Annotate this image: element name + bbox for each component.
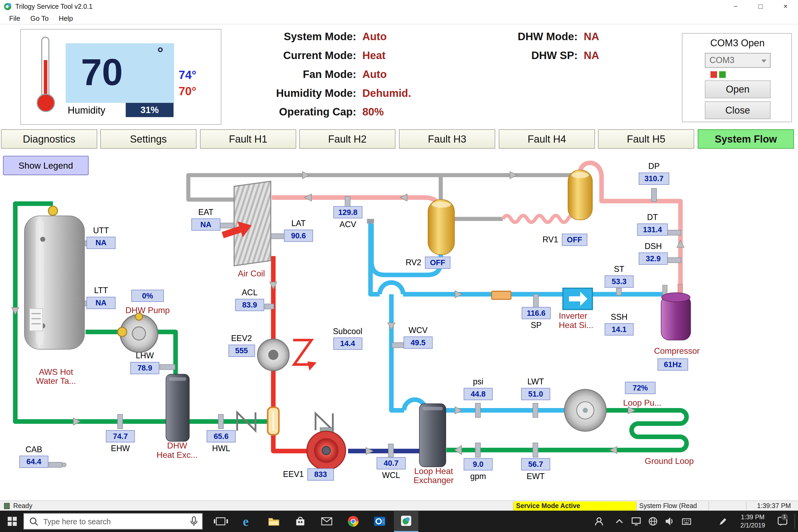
sensor-lwt: LWT 51.0 [521, 377, 550, 400]
microphone-icon[interactable] [189, 516, 198, 527]
action-center-icon[interactable]: 1 [775, 511, 792, 532]
sensor-dt: DT 131.4 [637, 213, 668, 236]
display-icon[interactable] [627, 511, 645, 532]
chrome-icon[interactable] [341, 511, 365, 532]
tab-system-flow[interactable]: System Flow [698, 129, 794, 149]
title-bar: Trilogy Service Tool v2.0.1 − □ × [0, 0, 798, 13]
people-icon[interactable] [590, 511, 608, 532]
tab-fault-h3[interactable]: Fault H3 [399, 129, 495, 149]
app-window: Trilogy Service Tool v2.0.1 − □ × File G… [0, 0, 798, 532]
dhw-hx-caption: DHW Heat Exc... [150, 441, 205, 459]
file-explorer-icon[interactable] [262, 511, 286, 532]
sensor-dp: DP 310.7 [639, 162, 669, 185]
air-coil-graphic [220, 181, 271, 266]
thermostat-panel: 70 ° 74° 70° Humidity 31% [20, 29, 222, 125]
fan-mode-label: Fan Mode: [219, 68, 357, 80]
pipe-red [273, 256, 308, 451]
system-mode-label: System Mode: [219, 31, 357, 43]
compressor-graphic [661, 284, 690, 340]
cool-setpoint: 74° [179, 68, 196, 82]
menu-bar: File Go To Help [0, 13, 798, 24]
sensor-dsh: DSH 32.9 [639, 242, 668, 265]
sensor-st: ST 53.3 [605, 265, 633, 288]
current-temperature: 70 [81, 44, 122, 100]
dhw-status-block: DHW Mode:NA DHW SP:NA [473, 31, 599, 68]
sensor-wcl: WCL 40.7 [377, 457, 406, 480]
menu-goto[interactable]: Go To [25, 13, 54, 24]
humidity-mode-label: Humidity Mode: [219, 87, 357, 99]
show-desktop-button[interactable] [795, 514, 795, 529]
chevron-down-icon [761, 60, 766, 62]
close-icon[interactable]: × [773, 0, 798, 13]
windows-logo-icon [8, 517, 17, 526]
trilogy-app-icon[interactable] [394, 511, 418, 532]
sensor-subcool: Subcool 14.4 [330, 327, 365, 350]
muffler-rv2-graphic [428, 200, 454, 254]
taskbar-clock[interactable]: 1:39 PM 2/1/2019 [736, 513, 770, 529]
touch-keyboard-icon[interactable] [678, 511, 695, 532]
compressor-speed-value: 61Hz [658, 358, 688, 370]
humidity-label: Humidity [68, 105, 105, 116]
operating-cap-value: 80% [362, 106, 384, 118]
status-ready: Ready [13, 501, 33, 510]
edge-icon[interactable]: e [235, 511, 260, 532]
network-icon[interactable] [644, 511, 662, 532]
ground-loop-caption: Ground Loop [639, 456, 699, 465]
com-open-button[interactable]: Open [705, 80, 771, 98]
com-panel-title: COM3 Open [683, 38, 793, 49]
tray-expand-icon[interactable] [611, 511, 628, 532]
tab-fault-h2[interactable]: Fault H2 [299, 129, 396, 149]
loop-hx-graphic [419, 404, 446, 467]
suction-line-fitting [492, 291, 511, 300]
maximize-icon[interactable]: □ [748, 0, 773, 13]
search-icon [30, 517, 39, 527]
app-icon [3, 2, 12, 11]
sensor-eev2: EEV2 555 [227, 334, 256, 357]
sensor-lat: LAT 90.6 [284, 219, 313, 242]
status-service-mode: Service Mode Active [513, 501, 636, 510]
sensor-ehw: EHW 74.7 [106, 430, 135, 453]
com-port-select[interactable]: COM3 [705, 53, 771, 68]
sight-glass-graphic [268, 407, 279, 435]
tab-settings[interactable]: Settings [100, 129, 196, 149]
tab-fault-h5[interactable]: Fault H5 [598, 129, 694, 149]
clock-time: 1:39 PM [736, 513, 770, 521]
minimize-icon[interactable]: − [723, 0, 748, 13]
loop-hx-caption: Loop Heat Exchanger [407, 466, 460, 484]
dhw-sp-label: DHW SP: [473, 50, 577, 62]
status-spacer [708, 501, 746, 510]
eev2-graphic [258, 339, 317, 371]
sensor-ltt: LTT NA [87, 286, 115, 309]
tab-diagnostics[interactable]: Diagnostics [1, 129, 97, 149]
sensor-gpm: gpm 9.0 [464, 458, 493, 481]
loop-pump-speed-value: 72% [625, 382, 656, 394]
dhw-mode-label: DHW Mode: [473, 31, 577, 43]
start-button[interactable] [0, 511, 24, 532]
com-status-red-led [710, 71, 717, 78]
show-legend-button[interactable]: Show Legend [3, 156, 88, 175]
volume-icon[interactable] [661, 511, 678, 532]
menu-help[interactable]: Help [54, 13, 78, 24]
pen-icon[interactable] [715, 511, 732, 532]
check-valve-icons [237, 412, 333, 431]
outlook-icon[interactable] [367, 511, 392, 532]
com-close-button[interactable]: Close [705, 101, 771, 119]
sensor-psi: psi 44.8 [464, 377, 493, 400]
dhw-hx-graphic [166, 374, 189, 441]
search-input[interactable] [23, 513, 203, 529]
humidity-value: 31% [126, 103, 174, 117]
window-title: Trilogy Service Tool v2.0.1 [15, 0, 92, 13]
airflow-arrow-icon [220, 217, 254, 243]
notification-badge: 1 [781, 514, 788, 520]
tab-fault-h1[interactable]: Fault H1 [200, 129, 296, 149]
sensor-rv1: RV1 OFF [543, 233, 587, 246]
mail-icon[interactable] [315, 511, 339, 532]
menu-file[interactable]: File [4, 13, 25, 24]
sensor-eev1: EEV1 833 [283, 469, 334, 481]
tab-fault-h4[interactable]: Fault H4 [499, 129, 595, 149]
store-icon[interactable] [288, 511, 312, 532]
sensor-lhw: LHW 78.9 [130, 352, 159, 374]
sensor-acl: ACL 83.9 [235, 288, 264, 311]
task-view-icon[interactable] [209, 511, 233, 532]
sensor-eat: EAT NA [191, 208, 220, 231]
